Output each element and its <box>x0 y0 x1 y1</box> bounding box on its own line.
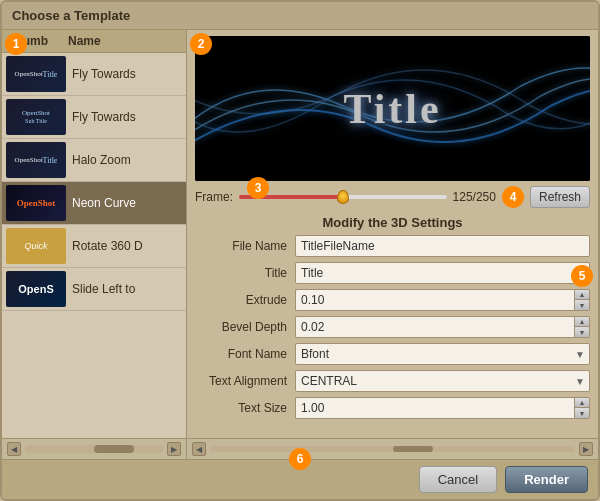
settings-scroll-right[interactable]: ▶ <box>579 442 593 456</box>
right-panel: 2 <box>187 30 598 459</box>
refresh-button[interactable]: Refresh <box>530 186 590 208</box>
bevel-depth-spinner: ▲ ▼ <box>295 316 590 338</box>
header-name: Name <box>68 34 180 48</box>
template-name: Fly Towards <box>72 110 136 124</box>
settings-scroll-track[interactable] <box>210 446 575 452</box>
scroll-track[interactable] <box>25 445 163 453</box>
settings-scroll-left[interactable]: ◀ <box>192 442 206 456</box>
text-size-label: Text Size <box>195 401 295 415</box>
bevel-spin-buttons: ▲ ▼ <box>574 316 590 338</box>
template-item[interactable]: OpenShotSub Title Fly Towards <box>2 96 186 139</box>
preview-wrapper: 2 <box>187 30 598 181</box>
template-item[interactable]: OpenShot Neon Curve <box>2 182 186 225</box>
template-thumb: OpenS <box>6 271 66 307</box>
extrude-up-btn[interactable]: ▲ <box>575 290 589 300</box>
settings-area: 5 File Name Title Extrude <box>187 235 598 438</box>
frame-slider-thumb[interactable] <box>337 190 349 204</box>
badge-3: 3 <box>247 177 269 199</box>
frame-slider[interactable] <box>239 195 447 199</box>
preview-title-text: Title <box>343 85 441 133</box>
list-scrollbar: ◀ ▶ <box>2 438 186 459</box>
frame-label: Frame: <box>195 190 233 204</box>
scroll-right-btn[interactable]: ▶ <box>167 442 181 456</box>
dialog-title-bar: Choose a Template <box>2 2 598 30</box>
extrude-spinner: ▲ ▼ <box>295 289 590 311</box>
text-alignment-row: Text Alignment CENTRAL LEFT RIGHT JUSTIF… <box>195 370 590 392</box>
template-name: Slide Left to <box>72 282 135 296</box>
extrude-input[interactable] <box>295 289 574 311</box>
file-name-label: File Name <box>195 239 295 253</box>
template-item[interactable]: OpenS Slide Left to <box>2 268 186 311</box>
render-button[interactable]: Render <box>505 466 588 493</box>
badge-6: 6 <box>289 448 311 470</box>
scroll-left-btn[interactable]: ◀ <box>7 442 21 456</box>
template-list-panel: 1 Thumb Name OpenShot Title Fly Towards <box>2 30 187 459</box>
template-thumb: OpenShot Title <box>6 56 66 92</box>
list-header: Thumb Name <box>2 30 186 53</box>
template-item[interactable]: OpenShot Title Halo Zoom <box>2 139 186 182</box>
template-item[interactable]: Quick Rotate 360 D <box>2 225 186 268</box>
extrude-label: Extrude <box>195 293 295 307</box>
text-alignment-select[interactable]: CENTRAL LEFT RIGHT JUSTIFIED <box>295 370 590 392</box>
template-thumb: OpenShot <box>6 185 66 221</box>
title-label: Title <box>195 266 295 280</box>
font-name-select-wrapper: Bfont Arial Times New Roman ▼ <box>295 343 590 365</box>
preview-canvas: Title <box>195 36 590 181</box>
template-name: Neon Curve <box>72 196 136 210</box>
text-size-spinner: ▲ ▼ <box>295 397 590 419</box>
file-name-input[interactable] <box>295 235 590 257</box>
content-area: 1 Thumb Name OpenShot Title Fly Towards <box>2 30 598 459</box>
font-name-row: Font Name Bfont Arial Times New Roman ▼ <box>195 343 590 365</box>
dialog-container: Choose a Template 1 Thumb Name OpenShot … <box>0 0 600 501</box>
text-size-row: Text Size ▲ ▼ <box>195 397 590 419</box>
text-size-input[interactable] <box>295 397 574 419</box>
cancel-button[interactable]: Cancel <box>419 466 497 493</box>
font-name-label: Font Name <box>195 347 295 361</box>
extrude-row: Extrude ▲ ▼ <box>195 289 590 311</box>
dialog-title: Choose a Template <box>12 8 130 23</box>
extrude-spin-buttons: ▲ ▼ <box>574 289 590 311</box>
template-name: Fly Towards <box>72 67 136 81</box>
text-size-down-btn[interactable]: ▼ <box>575 408 589 418</box>
template-item[interactable]: OpenShot Title Fly Towards <box>2 53 186 96</box>
badge-5: 5 <box>571 265 593 287</box>
text-size-spin-buttons: ▲ ▼ <box>574 397 590 419</box>
text-alignment-select-wrapper: CENTRAL LEFT RIGHT JUSTIFIED ▼ <box>295 370 590 392</box>
template-name: Rotate 360 D <box>72 239 143 253</box>
bevel-up-btn[interactable]: ▲ <box>575 317 589 327</box>
title-input[interactable] <box>295 262 590 284</box>
settings-scrollbar: ◀ ▶ <box>187 438 598 459</box>
bevel-depth-input[interactable] <box>295 316 574 338</box>
preview-area: Title <box>195 36 590 181</box>
extrude-down-btn[interactable]: ▼ <box>575 300 589 310</box>
file-name-row: File Name <box>195 235 590 257</box>
frame-counter: 125/250 <box>453 190 496 204</box>
bottom-bar: 6 Cancel Render <box>2 459 598 499</box>
text-alignment-label: Text Alignment <box>195 374 295 388</box>
title-row: Title <box>195 262 590 284</box>
bevel-depth-label: Bevel Depth <box>195 320 295 334</box>
template-thumb: OpenShot Title <box>6 142 66 178</box>
frame-control: 3 Frame: 125/250 4 Refresh <box>187 181 598 213</box>
bevel-depth-row: Bevel Depth ▲ ▼ <box>195 316 590 338</box>
template-list[interactable]: OpenShot Title Fly Towards OpenShotSub T… <box>2 53 186 438</box>
font-name-select[interactable]: Bfont Arial Times New Roman <box>295 343 590 365</box>
template-thumb: Quick <box>6 228 66 264</box>
template-thumb: OpenShotSub Title <box>6 99 66 135</box>
template-name: Halo Zoom <box>72 153 131 167</box>
settings-section-title: Modify the 3D Settings <box>187 213 598 235</box>
badge-2: 2 <box>190 33 212 55</box>
bevel-down-btn[interactable]: ▼ <box>575 327 589 337</box>
badge-1: 1 <box>5 33 27 55</box>
badge-4: 4 <box>502 186 524 208</box>
text-size-up-btn[interactable]: ▲ <box>575 398 589 408</box>
